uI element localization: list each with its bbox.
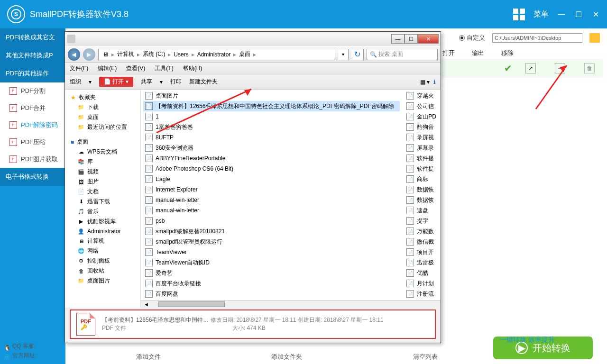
refresh-button[interactable]: ↻ <box>351 49 364 60</box>
dialog-toolbar: 组织▾ 📄 打开 ▾ 共享▾ 打印 新建文件夹 ▦ ▾ ℹ <box>65 74 441 90</box>
list-item[interactable]: 📄smallpdf破解更替20180821 <box>143 226 400 237</box>
share-button[interactable]: 共享 <box>141 78 152 86</box>
list-item[interactable]: 📄万能数 <box>405 226 438 237</box>
list-item[interactable]: 📄月计划 <box>405 278 438 289</box>
list-item[interactable]: 📄TeamViewer <box>143 247 400 257</box>
menu-grid-icon[interactable] <box>513 9 525 20</box>
list-item[interactable]: 📄桌面图片 <box>143 91 400 101</box>
list-item[interactable]: 📄金山PD <box>405 111 438 122</box>
dialog-minimize-button[interactable]: — <box>391 34 405 44</box>
list-item[interactable]: 📄酷狗音 <box>405 122 438 132</box>
sidebar-item-images[interactable]: PPDF图片获取 <box>0 151 65 168</box>
add-file-button[interactable]: 添加文件 <box>136 353 161 361</box>
list-item[interactable]: 📄优酷 <box>405 268 438 278</box>
list-item[interactable]: 📄Adobe Photoshop CS6 (64 Bit) <box>143 164 400 174</box>
list-item[interactable]: 📄1富爸爸穷爸爸 <box>143 122 400 132</box>
new-folder-button[interactable]: 新建文件夹 <box>189 78 218 86</box>
view-button[interactable]: ▦ ▾ <box>420 79 430 85</box>
sidebar-item-unlock[interactable]: PPDF解除密码 <box>0 117 65 134</box>
browse-folder-button[interactable] <box>589 33 600 43</box>
dialog-close-button[interactable]: ✕ <box>418 34 439 44</box>
check-icon: ✔ <box>504 63 512 74</box>
sidebar-cat-3[interactable]: 电子书格式转换 <box>0 168 65 186</box>
dialog-menubar[interactable]: 文件(F)编辑(E)查看(V)工具(T)帮助(H) <box>65 63 441 74</box>
app-logo: S <box>7 5 25 23</box>
maximize-button[interactable]: ☐ <box>574 10 583 18</box>
list-item[interactable]: 📄TeamViewer自动换ID <box>143 257 400 268</box>
list-item[interactable]: 📄项目开 <box>405 247 438 257</box>
list-item[interactable]: 📄速盘 <box>405 205 438 216</box>
list-item[interactable]: 📄Internet Explorer <box>143 184 400 195</box>
sidebar-item-compress[interactable]: PPDF压缩 <box>0 134 65 151</box>
list-item[interactable]: 📄数据恢 <box>405 195 438 205</box>
dialog-maximize-button[interactable]: ☐ <box>405 34 418 44</box>
delete-icon[interactable]: 🗑 <box>584 63 595 73</box>
list-item[interactable]: 📄提字 <box>405 216 438 226</box>
dialog-titlebar[interactable]: — ☐ ✕ <box>65 32 441 46</box>
output-path-input[interactable] <box>492 33 582 43</box>
list-item[interactable]: 📄微信截 <box>405 237 438 247</box>
site-link[interactable]: 进入官网 <box>38 352 61 359</box>
list-item[interactable]: 📄psb <box>143 216 400 226</box>
list-item[interactable]: 📄迅雷极 <box>405 257 438 268</box>
footer-links: 🐧QQ 客服: 19331 ⓔ官方网址: 进入官网 <box>4 341 61 360</box>
help-button[interactable]: ℹ <box>433 79 436 85</box>
list-item[interactable]: 📄smallpdf以管理员权限运行 <box>143 237 400 247</box>
output-icon[interactable]: → <box>555 63 565 73</box>
app-title: SmallPDF转换器软件V3.8 <box>30 9 129 20</box>
nav-forward-button[interactable]: ► <box>83 48 95 61</box>
menu-label[interactable]: 菜单 <box>533 9 549 19</box>
sidebar-cat-2[interactable]: PDF的其他操作 <box>0 64 65 82</box>
list-item[interactable]: 📄1 <box>143 111 400 122</box>
list-item[interactable]: 📄8UFTP <box>143 132 400 143</box>
search-input[interactable]: 🔍 搜索 桌面 <box>367 49 438 60</box>
list-item[interactable]: 📄注册流 <box>405 289 438 299</box>
file-list[interactable]: 📄桌面图片📄【考前资料】12656毛泽东思想和中国特色社会主义理论体系概论_PD… <box>141 90 441 308</box>
list-item[interactable]: 📄【考前资料】12656毛泽东思想和中国特色社会主义理论体系概论_PDF密码解除… <box>143 101 400 111</box>
list-item[interactable]: 📄Eagle <box>143 174 400 184</box>
print-button[interactable]: 打印 <box>170 78 182 86</box>
clear-list-button[interactable]: 清空列表 <box>413 353 438 361</box>
open-icon[interactable]: ↗ <box>525 63 536 73</box>
sidebar-item-merge[interactable]: PPDF合并 <box>0 100 65 117</box>
list-item[interactable]: 📄公司信 <box>405 101 438 111</box>
sidebar-cat-1[interactable]: 其他文件转换成P <box>0 46 65 64</box>
list-item[interactable]: 📄爱奇艺 <box>143 268 400 278</box>
sidebar-item-split[interactable]: PPDF分割 <box>0 82 65 100</box>
list-item[interactable]: 📄ABBYYFineReaderPortable <box>143 153 400 164</box>
list-item[interactable]: 📄屏幕录 <box>405 143 438 153</box>
list-item[interactable]: 📄360安全浏览器 <box>143 143 400 153</box>
sidebar-cat-0[interactable]: PDF转换成其它文 <box>0 28 65 46</box>
organize-button[interactable]: 组织 <box>70 78 81 86</box>
list-item[interactable]: 📄录屏视 <box>405 132 438 143</box>
list-item[interactable]: 📄穿越火 <box>405 91 438 101</box>
tree-panel[interactable]: ★ 收藏夹📁下载📁桌面📁最近访问的位置■ 桌面☁WPS云文档📚库🎬视频🖼图片📄文… <box>65 90 141 308</box>
list-item[interactable]: 📄manual-win-letter <box>143 195 400 205</box>
list-item[interactable]: 📄数据恢 <box>405 184 438 195</box>
qq-link[interactable]: 19331 <box>37 343 53 349</box>
list-item[interactable]: 📄商标 <box>405 174 438 184</box>
list-item[interactable]: 📄软件提 <box>405 153 438 164</box>
slogan-text: 一键转换 效率提升 <box>500 336 555 344</box>
open-file-dialog: — ☐ ✕ ◄ ► 🖥 ▸计算机 ▸系统 (C:) ▸Users ▸Admini… <box>64 31 441 343</box>
app-titlebar: S SmallPDF转换器软件V3.8 菜单 — ☐ ✕ <box>0 0 607 28</box>
nav-back-button[interactable]: ◄ <box>68 48 80 61</box>
list-item[interactable]: 📄manual-win-letter <box>143 205 400 216</box>
add-folder-button[interactable]: 添加文件夹 <box>271 353 302 361</box>
breadcrumb[interactable]: 🖥 ▸计算机 ▸系统 (C:) ▸Users ▸Administrator ▸桌… <box>98 49 335 60</box>
dialog-status-bar: PDF🔑 【考前资料】12656毛泽东思想和中国特… 修改日期: 2018\8\… <box>70 309 436 339</box>
close-button[interactable]: ✕ <box>591 10 600 18</box>
list-item[interactable]: 📄软件提 <box>405 164 438 174</box>
pdf-file-icon: PDF🔑 <box>76 313 95 336</box>
minimize-button[interactable]: — <box>557 10 566 18</box>
list-item[interactable]: 📄百度平台收录链接 <box>143 278 400 289</box>
sidebar: PDF转换成其它文 其他文件转换成P PDF的其他操作 PPDF分割 PPDF合… <box>0 28 65 364</box>
list-item[interactable]: 📄百度网盘 <box>143 289 400 299</box>
radio-custom[interactable]: 自定义 <box>459 34 485 42</box>
open-button[interactable]: 📄 打开 ▾ <box>99 77 133 87</box>
